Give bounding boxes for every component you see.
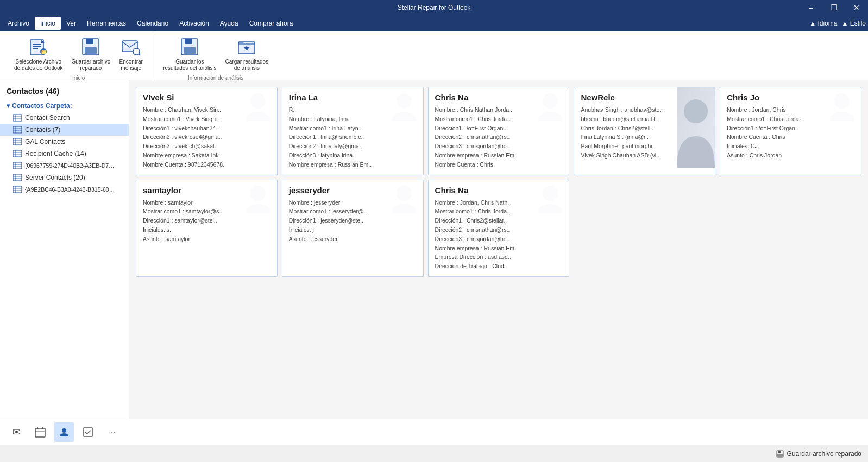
server-icon [13, 174, 22, 181]
save-analysis-button[interactable]: Guardar losresultados del análisis [160, 34, 219, 74]
svg-rect-13 [185, 39, 192, 44]
sidebar-item-contacts[interactable]: Contacts (7) [0, 124, 129, 136]
card-bg-person-icon [242, 182, 275, 220]
svg-rect-21 [13, 126, 22, 133]
find-message-label: Encontrarmensaje [119, 59, 143, 72]
estilo-btn[interactable]: ▲ Estilo [841, 20, 866, 27]
sidebar-item-guid1[interactable]: {06967759-274D-40B2-A3EB-D7F9E73727... [0, 160, 129, 172]
svg-rect-33 [13, 162, 22, 169]
svg-point-50 [834, 93, 850, 109]
contacts-icon [13, 126, 22, 134]
chevron-icon: ▾ [7, 102, 10, 110]
card-field: Nombre empresa : Russian Em.. [289, 160, 417, 169]
menu-inicio[interactable]: Inicio [35, 17, 61, 30]
contacts-nav-btn[interactable] [54, 422, 74, 442]
svg-rect-3 [33, 48, 38, 49]
card-field: Nombre Cuenta : Chris [727, 132, 854, 142]
card-field: Dirección3 : latynina.irina.. [289, 151, 417, 160]
card-field: Dirección3 : chrisjordan@ho.. [435, 142, 563, 151]
card-field: Dirección2 : chrisnathan@rs.. [435, 225, 563, 235]
status-bar: Guardar archivo reparado [0, 445, 868, 462]
ribbon: 📁 Seleccione Archivode datos de Outlook … [0, 31, 868, 80]
idioma-btn[interactable]: ▲ Idioma [809, 20, 837, 27]
svg-point-51 [250, 186, 266, 201]
select-file-button[interactable]: 📁 Seleccione Archivode datos de Outlook [11, 34, 66, 74]
svg-point-58 [62, 428, 66, 433]
svg-rect-29 [13, 150, 22, 157]
save-repaired-status-btn[interactable]: Guardar archivo reparado [776, 450, 861, 458]
card-field: Empresa Dirección : asdfasd.. [435, 252, 563, 262]
contact-card-jesseryder[interactable]: jesseryder Nombre : jesseryder Mostrar c… [282, 180, 424, 277]
card-field: Dirección de Trabajo - Clud.. [435, 262, 563, 271]
load-analysis-button[interactable]: Cargar resultadosde análisis [222, 34, 272, 74]
save-repaired-button[interactable]: Guardar archivoreparado [68, 34, 114, 74]
tasks-nav-btn[interactable] [78, 422, 98, 442]
contact-card-chrisjo[interactable]: Chris Jo Nombre : Jordan, Chris Mostrar … [720, 87, 861, 175]
svg-rect-2 [33, 46, 41, 47]
content-area: VIvek Si Nombre : Chauhan, Vivek Sin.. M… [129, 80, 868, 419]
card-field: Asunto : jesseryder [289, 235, 417, 244]
card-field: Dirección2 : vivekrose4@gma.. [143, 132, 271, 142]
contact-card-vivek[interactable]: VIvek Si Nombre : Chauhan, Vivek Sin.. M… [136, 87, 278, 175]
menu-comprar[interactable]: Comprar ahora [244, 17, 299, 30]
guid2-icon [13, 186, 22, 193]
ribbon-buttons-inicio: 📁 Seleccione Archivode datos de Outlook … [11, 34, 146, 74]
card-field: Nombre empresa : Sakata Ink [143, 151, 271, 160]
card-field: Asunto : samtaylor [143, 235, 271, 244]
find-message-button[interactable]: Encontrarmensaje [116, 34, 146, 74]
title-bar: Stellar Repair for Outlook – ❐ ✕ [0, 0, 868, 15]
svg-point-53 [543, 186, 558, 201]
menu-ayuda[interactable]: Ayuda [215, 17, 244, 30]
sidebar-item-recipient[interactable]: Recipient Cache (14) [0, 148, 129, 160]
sidebar-item-guid2[interactable]: {A9E2BC46-B3A0-4243-B315-60D9910044... [0, 183, 129, 195]
menu-herramientas[interactable]: Herramientas [81, 17, 131, 30]
save-status-icon [776, 450, 784, 458]
svg-rect-17 [13, 115, 22, 121]
contact-search-icon [13, 114, 22, 122]
more-nav-btn[interactable]: ··· [102, 422, 122, 442]
svg-point-45 [250, 93, 266, 109]
sidebar-item-server[interactable]: Server Contacts (20) [0, 172, 129, 183]
menu-archivo[interactable]: Archivo [2, 17, 35, 30]
sidebar-item-contact-search[interactable]: Contact Search [0, 112, 129, 124]
mail-nav-btn[interactable]: ✉ [7, 422, 26, 442]
calendar-nav-btn[interactable] [30, 422, 50, 442]
select-file-label: Seleccione Archivode datos de Outlook [14, 59, 63, 72]
card-field: Asunto : Chris Jordan [727, 151, 854, 160]
load-analysis-icon [236, 36, 257, 58]
recipient-icon [13, 150, 22, 157]
contact-card-samtaylor[interactable]: samtaylor Nombre : samtaylor Mostrar com… [136, 180, 278, 277]
svg-rect-14 [184, 47, 196, 54]
svg-point-49 [684, 99, 708, 123]
ribbon-group-inicio: 📁 Seleccione Archivode datos de Outlook … [4, 34, 153, 80]
contact-card-newrele[interactable]: NewRele Anubhav Singh : anubhav@ste.. bh… [574, 87, 715, 175]
svg-point-46 [397, 93, 412, 109]
menu-activacion[interactable]: Activación [174, 17, 215, 30]
svg-point-52 [397, 186, 412, 201]
load-analysis-label: Cargar resultadosde análisis [225, 59, 268, 72]
card-field: Dirección3 : vivek.ch@sakat.. [143, 142, 271, 151]
contact-card-chrisna2[interactable]: Chris Na Nombre : Jordan, Chris Nath.. M… [428, 180, 570, 277]
ribbon-buttons-analysis: Guardar losresultados del análisis Carga… [160, 34, 272, 74]
svg-rect-25 [13, 138, 22, 145]
svg-rect-37 [13, 174, 22, 181]
contact-card-irina[interactable]: Irina La R.. Nombre : Latynina, Irina Mo… [282, 87, 424, 175]
save-analysis-icon [179, 36, 200, 58]
restore-btn[interactable]: ❐ [822, 0, 845, 15]
card-bg-person-icon [534, 90, 567, 128]
contact-card-chrisna1[interactable]: Chris Na Nombre : Chris Nathan Jorda.. M… [428, 87, 570, 175]
bottom-nav: ✉ ··· [0, 419, 868, 445]
svg-point-47 [543, 93, 558, 109]
save-analysis-label: Guardar losresultados del análisis [163, 59, 216, 72]
card-field: Iniciales: CJ. [727, 142, 854, 151]
sidebar-item-gal[interactable]: GAL Contacts [0, 136, 129, 148]
menu-ver[interactable]: Ver [61, 17, 81, 30]
card-field: Iniciales: s. [143, 225, 271, 235]
card-field: Iniciales: j. [289, 225, 417, 235]
card-field: Nombre empresa : Russian Em.. [435, 151, 563, 160]
menu-calendario[interactable]: Calendario [131, 17, 174, 30]
card-field: Dirección2 : chrisnathan@rs.. [435, 132, 563, 142]
close-btn[interactable]: ✕ [845, 0, 868, 15]
minimize-btn[interactable]: – [800, 0, 822, 15]
guid1-icon [13, 162, 22, 169]
